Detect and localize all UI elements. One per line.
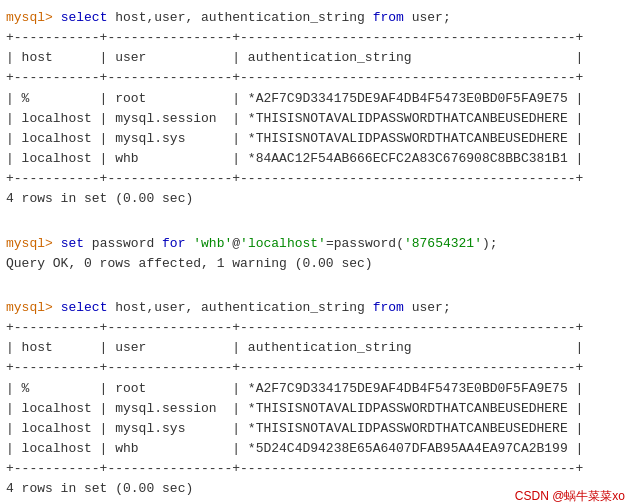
table-row-2-4: | localhost | whb | *5D24C4D94238E65A640… (6, 439, 627, 459)
table-row-2-3: | localhost | mysql.sys | *THISISNOTAVAL… (6, 419, 627, 439)
table-border-bot-2: +-----------+----------------+----------… (6, 459, 627, 479)
query-ok-line: Query OK, 0 rows affected, 1 warning (0.… (6, 254, 627, 274)
table-border-mid-1: +-----------+----------------+----------… (6, 68, 627, 88)
table-header-1: | host | user | authentication_string | (6, 48, 627, 68)
blank-2 (6, 278, 627, 298)
table-border-mid-2: +-----------+----------------+----------… (6, 358, 627, 378)
terminal-window: mysql> select host,user, authentication_… (0, 0, 633, 502)
table-border-bot-1: +-----------+----------------+----------… (6, 169, 627, 189)
prompt-line-1: mysql> select host,user, authentication_… (6, 8, 627, 28)
query-block-1: mysql> select host,user, authentication_… (6, 8, 627, 209)
query-block-2: mysql> select host,user, authentication_… (6, 298, 627, 499)
result-info-1: 4 rows in set (0.00 sec) (6, 189, 627, 209)
table-row-1-1: | % | root | *A2F7C9D334175DE9AF4DB4F547… (6, 89, 627, 109)
watermark: CSDN @蜗牛菜菜xo (515, 488, 625, 502)
table-row-2-2: | localhost | mysql.session | *THISISNOT… (6, 399, 627, 419)
table-row-1-3: | localhost | mysql.sys | *THISISNOTAVAL… (6, 129, 627, 149)
table-row-1-2: | localhost | mysql.session | *THISISNOT… (6, 109, 627, 129)
table-row-1-4: | localhost | whb | *84AAC12F54AB666ECFC… (6, 149, 627, 169)
command-block-1: mysql> set password for 'whb'@'localhost… (6, 234, 627, 274)
table-border-top-1: +-----------+----------------+----------… (6, 28, 627, 48)
blank-1 (6, 213, 627, 233)
prompt-line-3: mysql> select host,user, authentication_… (6, 298, 627, 318)
table-row-2-1: | % | root | *A2F7C9D334175DE9AF4DB4F547… (6, 379, 627, 399)
table-border-top-2: +-----------+----------------+----------… (6, 318, 627, 338)
table-header-2: | host | user | authentication_string | (6, 338, 627, 358)
prompt-line-2: mysql> set password for 'whb'@'localhost… (6, 234, 627, 254)
